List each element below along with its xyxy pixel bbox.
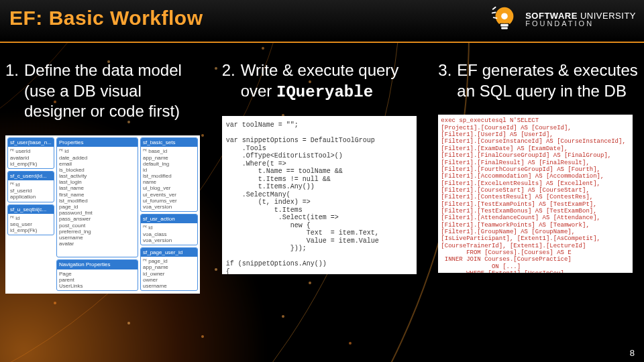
sql-screenshot: exec sp_executesql N'SELECT [Project1].[… — [438, 115, 633, 273]
step-2-number: 2. — [222, 60, 235, 103]
columns: 1. Define the data model (use a DB visua… — [5, 60, 639, 294]
brand-word-3: FOUNDATION — [525, 20, 636, 27]
generated-sql: exec sp_executesql N'SELECT [Project1].[… — [438, 115, 633, 273]
iqueryable-code: IQueryable — [276, 83, 373, 101]
step-1-text: Define the data model (use a DB visual d… — [24, 60, 206, 122]
step-3-column: 3. EF generates & executes an SQL query … — [438, 60, 639, 294]
lightbulb-gear-icon — [489, 4, 520, 35]
slide-title: EF: Basic Workflow — [9, 7, 203, 29]
step-3-number: 3. — [438, 60, 451, 101]
svg-rect-1 — [500, 24, 508, 27]
step-2-heading: 2. Write & execute query over IQueryable — [222, 60, 423, 103]
step-2-text: Write & execute query over IQueryable — [241, 60, 423, 103]
svg-point-0 — [501, 13, 508, 19]
step-2-column: 2. Write & execute query over IQueryable… — [222, 60, 423, 294]
svg-rect-2 — [501, 27, 508, 29]
step-1-heading: 1. Define the data model (use a DB visua… — [5, 60, 206, 122]
step-3-text: EF generates & executes an SQL query in … — [457, 60, 639, 101]
page-number: 8 — [630, 348, 635, 358]
step-1-number: 1. — [5, 60, 19, 122]
brand-text: SOFTWARE UNIVERSITY FOUNDATION — [525, 12, 636, 27]
step-3-heading: 3. EF generates & executes an SQL query … — [438, 60, 639, 101]
code-screenshot: var toolName = ""; var snippetOptions = … — [222, 116, 417, 274]
designer-screenshot: sf_user(base_n...ᴾᴷ userIdavataridid_emp… — [5, 135, 200, 294]
brand-logo: SOFTWARE UNIVERSITY FOUNDATION — [489, 4, 636, 35]
linq-code: var toolName = ""; var snippetOptions = … — [222, 116, 417, 274]
step-1-column: 1. Define the data model (use a DB visua… — [5, 60, 206, 294]
